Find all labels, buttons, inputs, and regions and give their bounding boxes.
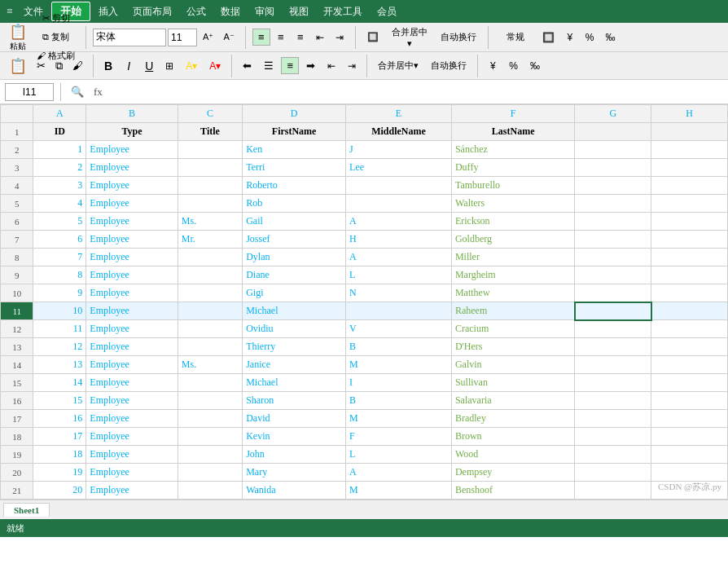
cell-D2[interactable]: Ken (243, 141, 346, 159)
menu-data[interactable]: 数据 (214, 3, 247, 20)
paste2-button[interactable]: 📋 (5, 55, 31, 77)
cell-B18[interactable]: Employee (86, 428, 178, 446)
cell-F10[interactable]: Matthew (451, 284, 574, 302)
cell-C16[interactable] (178, 392, 242, 410)
grow-font-button[interactable]: A⁺ (199, 29, 217, 45)
col-header-B[interactable]: B (86, 105, 178, 123)
cell-D10[interactable]: Gigi (243, 284, 346, 302)
cell-C21[interactable] (178, 482, 242, 500)
col-header-E[interactable]: E (346, 105, 452, 123)
cell-A6[interactable]: 5 (33, 213, 86, 231)
cell-F12[interactable]: Cracium (451, 320, 574, 338)
cell-E12[interactable]: V (346, 320, 452, 338)
indent-inc-button[interactable]: ⇥ (331, 29, 349, 46)
cell-B20[interactable]: Employee (86, 464, 178, 482)
cell-B12[interactable]: Employee (86, 320, 178, 338)
cell-A15[interactable]: 14 (33, 374, 86, 392)
cell-A12[interactable]: 11 (33, 320, 86, 338)
cell-F18[interactable]: Brown (451, 428, 574, 446)
cell-F6[interactable]: Erickson (451, 213, 574, 231)
cell-A14[interactable]: 13 (33, 356, 86, 374)
cell-F9[interactable]: Margheim (451, 266, 574, 284)
cell-C9[interactable] (178, 266, 242, 284)
cell-F21[interactable]: Benshoof (451, 482, 574, 500)
cell-B15[interactable]: Employee (86, 374, 178, 392)
align-center2-button[interactable]: ☰ (259, 57, 278, 74)
cell-C6[interactable]: Ms. (178, 213, 242, 231)
cell-A8[interactable]: 7 (33, 249, 86, 266)
cell-E20[interactable]: A (346, 464, 452, 482)
cell-E9[interactable]: L (346, 266, 452, 284)
cell-D16[interactable]: Sharon (243, 392, 346, 410)
cell-D20[interactable]: Mary (243, 464, 346, 482)
cell-E8[interactable]: A (346, 249, 452, 266)
cell-A2[interactable]: 1 (33, 141, 86, 159)
cell-F2[interactable]: Sánchez (451, 141, 574, 159)
cell-D19[interactable]: John (243, 446, 346, 464)
cell-E18[interactable]: F (346, 428, 452, 446)
cell-E1[interactable]: MiddleName (346, 123, 452, 141)
merge-center2-button[interactable]: 合并居中▾ (373, 57, 423, 74)
align-right2-button[interactable]: ➡ (301, 57, 320, 74)
shrink-font-button[interactable]: A⁻ (219, 29, 238, 45)
cell-D15[interactable]: Michael (243, 374, 346, 392)
cell-E6[interactable]: A (346, 213, 452, 231)
align-center-button[interactable]: ≡ (252, 29, 270, 46)
underline-button[interactable]: U (140, 57, 158, 75)
italic-button[interactable]: I (120, 57, 138, 75)
cell-A16[interactable]: 15 (33, 392, 86, 410)
align-middle-button[interactable]: ≡ (272, 29, 290, 46)
cell-D21[interactable]: Wanida (243, 482, 346, 500)
cell-B8[interactable]: Employee (86, 249, 178, 266)
auto-wrap-button[interactable]: 合并居中▾ (385, 24, 434, 51)
cell-D8[interactable]: Dylan (243, 249, 346, 266)
format-num-dropdown[interactable]: 常规 (495, 29, 536, 46)
cell-E11[interactable] (346, 302, 452, 320)
cell-B2[interactable]: Employee (86, 141, 178, 159)
cell-F20[interactable]: Dempsey (451, 464, 574, 482)
cell-F4[interactable]: Tamburello (451, 177, 574, 195)
cell-D17[interactable]: David (243, 410, 346, 428)
font-name-input[interactable] (93, 29, 166, 46)
merge-center-button[interactable]: 🔲 (362, 29, 384, 45)
cell-D7[interactable]: Jossef (243, 231, 346, 249)
cell-A7[interactable]: 6 (33, 231, 86, 249)
cell-B5[interactable]: Employee (86, 195, 178, 213)
cell-E16[interactable]: B (346, 392, 452, 410)
currency2-button[interactable]: ¥ (484, 58, 502, 74)
format-left-button[interactable]: 🔲 (537, 29, 559, 46)
cell-B6[interactable]: Employee (86, 213, 178, 231)
percent-button[interactable]: % (581, 29, 599, 46)
menu-review[interactable]: 审阅 (248, 3, 281, 20)
cell-A17[interactable]: 16 (33, 410, 86, 428)
cell-D13[interactable]: Thierry (243, 338, 346, 356)
cell-A13[interactable]: 12 (33, 338, 86, 356)
paste-button[interactable]: 📋 粘贴 (5, 20, 31, 55)
align-left2-button[interactable]: ⬅ (238, 57, 257, 74)
bold-button[interactable]: B (99, 57, 117, 75)
percent2-button[interactable]: % (504, 58, 523, 74)
cell-F19[interactable]: Wood (451, 446, 574, 464)
cell-C15[interactable] (178, 374, 242, 392)
border-button[interactable]: ⊞ (160, 58, 178, 74)
currency-button[interactable]: ¥ (561, 29, 579, 46)
cell-B17[interactable]: Employee (86, 410, 178, 428)
cell-E5[interactable] (346, 195, 452, 213)
cell-A4[interactable]: 3 (33, 177, 86, 195)
cell-D9[interactable]: Diane (243, 266, 346, 284)
cell-C13[interactable] (178, 338, 242, 356)
menu-member[interactable]: 会员 (371, 3, 403, 20)
font-color-button[interactable]: A▾ (204, 58, 226, 74)
cell-C2[interactable] (178, 141, 242, 159)
copy2-button[interactable]: ⧉ (51, 57, 67, 75)
cell-E13[interactable]: B (346, 338, 452, 356)
cell-B21[interactable]: Employee (86, 482, 178, 500)
cell-D12[interactable]: Ovidiu (243, 320, 346, 338)
cell-A21[interactable]: 20 (33, 482, 86, 500)
cell-B19[interactable]: Employee (86, 446, 178, 464)
permille-button[interactable]: ‰ (600, 29, 620, 46)
cell-F11[interactable]: Raheem (451, 302, 574, 320)
col-header-G[interactable]: G (575, 105, 651, 123)
auto-newline-button[interactable]: 自动换行 (436, 29, 481, 46)
cell-A10[interactable]: 9 (33, 284, 86, 302)
